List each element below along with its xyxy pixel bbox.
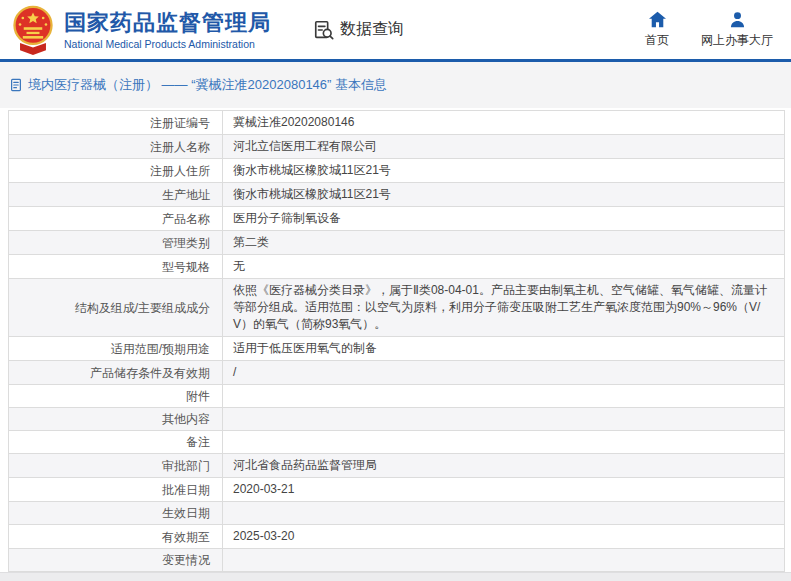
row-label: 审批部门 <box>9 454 223 477</box>
org-title-block: 国家药品监督管理局 National Medical Products Admi… <box>64 10 271 50</box>
row-label: 适用范围/预期用途 <box>9 337 223 360</box>
row-label: 注册证编号 <box>9 111 223 134</box>
table-row: 附件 <box>9 385 784 408</box>
table-row: 型号规格 无 <box>9 255 784 279</box>
row-value <box>223 408 784 430</box>
table-row: 管理类别 第二类 <box>9 231 784 255</box>
data-query-label: 数据查询 <box>340 19 404 40</box>
row-value: 2020-03-21 <box>223 478 784 501</box>
nav-service-hall-label: 网上办事大厅 <box>701 32 773 49</box>
row-label: 注册人名称 <box>9 135 223 158</box>
nav-service-hall[interactable]: 网上办事大厅 <box>701 11 773 49</box>
row-value: 河北立信医用工程有限公司 <box>223 135 784 158</box>
row-label: 生效日期 <box>9 502 223 524</box>
row-label: 注册人住所 <box>9 159 223 182</box>
row-label: 管理类别 <box>9 231 223 254</box>
table-row: 产品储存条件及有效期 / <box>9 361 784 385</box>
table-row: 结构及组成/主要组成成分 依照《医疗器械分类目录》，属于Ⅱ类08-04-01。产… <box>9 279 784 337</box>
table-row: 生效日期 <box>9 502 784 525</box>
row-value: 河北省食品药品监督管理局 <box>223 454 784 477</box>
row-value: 适用于低压医用氧气的制备 <box>223 337 784 360</box>
footer-strip <box>0 572 791 581</box>
row-value: 医用分子筛制氧设备 <box>223 207 784 230</box>
nav-home-label: 首页 <box>645 32 669 49</box>
row-label: 变更情况 <box>9 549 223 571</box>
table-row: 变更情况 <box>9 549 784 572</box>
row-label: 批准日期 <box>9 478 223 501</box>
table-row: 适用范围/预期用途 适用于低压医用氧气的制备 <box>9 337 784 361</box>
row-value: 衡水市桃城区橡胶城11区21号 <box>223 183 784 206</box>
row-value: / <box>223 361 784 384</box>
row-label: 产品名称 <box>9 207 223 230</box>
row-value: 无 <box>223 255 784 278</box>
table-row: 其他内容 <box>9 408 784 431</box>
table-row: 注册人住所 衡水市桃城区橡胶城11区21号 <box>9 159 784 183</box>
table-row: 生产地址 衡水市桃城区橡胶城11区21号 <box>9 183 784 207</box>
org-name-en: National Medical Products Administration <box>64 38 271 50</box>
document-icon <box>9 78 23 92</box>
table-row: 注册人名称 河北立信医用工程有限公司 <box>9 135 784 159</box>
table-row: 审批部门 河北省食品药品监督管理局 <box>9 454 784 478</box>
nav-home[interactable]: 首页 <box>645 11 669 49</box>
registration-info-table: 注册证编号 冀械注准20202080146 注册人名称 河北立信医用工程有限公司… <box>8 110 785 581</box>
data-query-nav[interactable]: 数据查询 <box>313 19 404 41</box>
row-label: 型号规格 <box>9 255 223 278</box>
row-value <box>223 431 784 453</box>
row-label: 附件 <box>9 385 223 407</box>
national-emblem-logo <box>10 5 56 55</box>
page-header: 国家药品监督管理局 National Medical Products Admi… <box>0 0 791 62</box>
person-icon <box>728 11 747 28</box>
breadcrumb: 境内医疗器械（注册） —— “冀械注准20202080146” 基本信息 <box>0 62 791 108</box>
row-label: 生产地址 <box>9 183 223 206</box>
breadcrumb-text: 境内医疗器械（注册） —— “冀械注准20202080146” 基本信息 <box>28 76 387 94</box>
row-label: 结构及组成/主要组成成分 <box>9 279 223 336</box>
row-value: 第二类 <box>223 231 784 254</box>
doc-magnifier-icon <box>313 19 335 41</box>
row-value: 衡水市桃城区橡胶城11区21号 <box>223 159 784 182</box>
header-right-nav: 首页 网上办事大厅 <box>645 11 773 49</box>
row-value: 2025-03-20 <box>223 525 784 548</box>
row-value <box>223 549 784 571</box>
row-value: 依照《医疗器械分类目录》，属于Ⅱ类08-04-01。产品主要由制氧主机、空气储罐… <box>223 279 784 336</box>
row-label: 产品储存条件及有效期 <box>9 361 223 384</box>
row-label: 其他内容 <box>9 408 223 430</box>
org-name-cn: 国家药品监督管理局 <box>64 10 271 36</box>
table-row: 备注 <box>9 431 784 454</box>
table-row: 批准日期 2020-03-21 <box>9 478 784 502</box>
row-value: 冀械注准20202080146 <box>223 111 784 134</box>
table-row: 产品名称 医用分子筛制氧设备 <box>9 207 784 231</box>
row-label: 备注 <box>9 431 223 453</box>
home-icon <box>648 11 667 28</box>
row-value <box>223 502 784 524</box>
table-row: 注册证编号 冀械注准20202080146 <box>9 111 784 135</box>
table-row: 有效期至 2025-03-20 <box>9 525 784 549</box>
row-label: 有效期至 <box>9 525 223 548</box>
row-value <box>223 385 784 407</box>
